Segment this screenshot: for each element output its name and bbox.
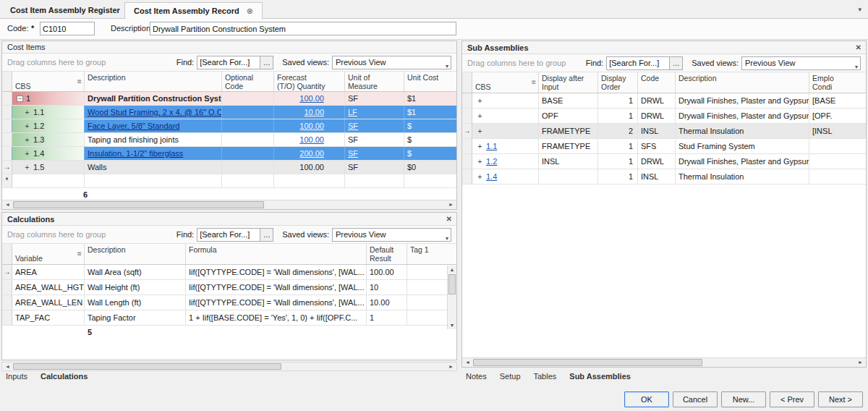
cbs-code-link[interactable]: 1.2	[486, 157, 497, 166]
display-after-input-cell[interactable]: BASE	[539, 93, 598, 108]
formula-cell[interactable]: Iif([QTYTYPE.CODE] = 'Wall dimensions', …	[186, 280, 367, 295]
column-header-cbs-position-code[interactable]: CBS Position Code ≣	[12, 72, 85, 91]
cost-item-row[interactable]: +1.3 Taping and finishing joints 100.00 …	[2, 133, 456, 147]
uom-cell[interactable]: SF	[345, 119, 404, 132]
description-cell[interactable]: Wall Height (ft)	[85, 280, 186, 295]
description-cell[interactable]: Walls	[85, 161, 222, 174]
expand-icon[interactable]: +	[24, 161, 30, 174]
description-input[interactable]	[150, 22, 456, 35]
find-input[interactable]	[197, 56, 260, 69]
description-cell[interactable]: Thermal Insulation	[676, 169, 809, 184]
quantity-link[interactable]: 100.00	[299, 135, 324, 144]
scroll-up-icon[interactable]: ▲	[448, 266, 456, 274]
cancel-button[interactable]: Cancel	[673, 391, 718, 407]
cbs-position-cell[interactable]: +1.2	[12, 119, 85, 132]
description-cell[interactable]: Drywall Finishes, Plaster and Gypsum Boa…	[676, 154, 809, 169]
optional-code-cell[interactable]	[222, 92, 274, 105]
sub-assembly-row[interactable]: + BASE 1 DRWL Drywall Finishes, Plaster …	[462, 93, 866, 109]
sub-assembly-row[interactable]: +1.1 FRAMETYPE 1 SFS Stud Framing System	[462, 139, 866, 154]
sub-assemblies-horizontal-scrollbar[interactable]: ◄ ►	[462, 357, 866, 367]
display-order-cell[interactable]: 2	[598, 124, 638, 138]
column-header-cbs-position-code[interactable]: CBS Position Code ≣	[472, 72, 539, 93]
uom-cell[interactable]: SF	[345, 133, 404, 146]
employment-conditions-cell[interactable]: [BASE	[809, 93, 866, 108]
find-input[interactable]	[606, 56, 670, 70]
display-after-input-cell[interactable]: FRAMETYPE	[539, 124, 598, 138]
cbs-position-cell[interactable]: +	[472, 93, 539, 108]
sub-assembly-row[interactable]: +1.4 1 INSL Thermal Insulation	[462, 169, 866, 185]
sub-assembly-row[interactable]: → + FRAMETYPE 2 INSL Thermal Insulation …	[462, 124, 866, 139]
column-header-unit-of-measure[interactable]: Unit of Measure	[345, 72, 404, 91]
calculation-row[interactable]: AREA_WALL_LEN Wall Length (ft) Iif([QTYT…	[2, 295, 456, 310]
calculation-row[interactable]: TAP_FAC Taping Factor 1 + Iif([BASE.CODE…	[2, 310, 456, 326]
cost-item-row[interactable]: +1.4 Insulation, 1-1/2" fiberglass 200.0…	[2, 147, 456, 161]
formula-cell[interactable]: 1 + Iif([BASE.CODE] = 'Yes', 1, 0) + Iif…	[186, 310, 367, 325]
left-dock-horizontal-scrollbar[interactable]: ◄ ►	[1, 362, 457, 371]
variable-name-cell[interactable]: AREA_WALL_LEN	[12, 295, 85, 310]
unit-cost-cell[interactable]: $	[404, 147, 456, 160]
display-order-cell[interactable]: 1	[598, 139, 638, 153]
column-header-display-order[interactable]: Display Order	[598, 72, 638, 93]
collapse-icon[interactable]: −	[17, 96, 23, 102]
optional-code-cell[interactable]	[222, 174, 274, 187]
formula-cell[interactable]: Iif([QTYTYPE.CODE] = 'Wall dimensions', …	[186, 295, 367, 310]
cbs-position-cell[interactable]: +1.4	[12, 147, 85, 160]
uom-cell[interactable]: SF	[345, 92, 404, 105]
default-result-cell[interactable]: 1	[367, 310, 407, 325]
quantity-cell[interactable]: 10.00	[274, 106, 345, 119]
scrollbar-track[interactable]	[473, 358, 855, 367]
scrollbar-track[interactable]	[13, 363, 446, 370]
expand-icon[interactable]: +	[477, 94, 483, 108]
find-more-button[interactable]: …	[260, 56, 273, 69]
scrollbar-thumb[interactable]	[448, 274, 456, 295]
uom-link[interactable]: SF	[348, 149, 358, 158]
code-cell[interactable]: DRWL	[638, 93, 676, 108]
scroll-right-icon[interactable]: ►	[855, 358, 866, 367]
tabbar-dropdown-icon[interactable]: ▾	[858, 6, 861, 13]
cbs-position-cell[interactable]: +1.1	[12, 106, 85, 119]
calculations-vertical-scrollbar[interactable]: ▲ ▼	[447, 266, 456, 329]
column-header-description[interactable]: Description	[85, 244, 186, 264]
unit-cost-cell[interactable]: $1	[404, 106, 456, 119]
description-cell[interactable]	[85, 174, 222, 187]
quantity-cell[interactable]	[274, 174, 345, 187]
employment-conditions-cell[interactable]: [OPF.	[809, 109, 866, 123]
column-header-employment-conditions[interactable]: Emplo Condi	[809, 72, 866, 93]
scroll-left-icon[interactable]: ◄	[2, 200, 13, 209]
sub-assembly-row[interactable]: + OPF 1 DRWL Drywall Finishes, Plaster a…	[462, 109, 866, 124]
find-more-button[interactable]: …	[670, 56, 683, 70]
cbs-position-cell[interactable]: +1.3	[12, 133, 85, 146]
description-cell[interactable]: Drywall Partition Construction System	[85, 92, 222, 105]
unit-cost-cell[interactable]	[404, 174, 456, 187]
variable-name-cell[interactable]: TAP_FAC	[12, 310, 85, 325]
quantity-link[interactable]: 100.00	[299, 94, 324, 103]
scroll-down-icon[interactable]: ▼	[448, 321, 456, 329]
code-cell[interactable]: DRWL	[638, 154, 676, 169]
uom-cell[interactable]: SF	[345, 147, 404, 160]
scroll-left-icon[interactable]: ◄	[462, 358, 473, 367]
variable-name-cell[interactable]: AREA_WALL_HGT	[12, 280, 85, 295]
description-cell[interactable]: Insulation, 1-1/2" fiberglass	[85, 147, 222, 160]
quantity-cell[interactable]: 100.00	[274, 133, 345, 146]
ok-button[interactable]: OK	[624, 391, 669, 407]
expand-icon[interactable]: +	[477, 170, 483, 184]
calculation-row[interactable]: AREA_WALL_HGT Wall Height (ft) Iif([QTYT…	[2, 280, 456, 295]
quantity-cell[interactable]: 100.00	[274, 119, 345, 132]
cost-item-row[interactable]: +1.1 Wood Stud Framing, 2 x 4, @ 16" O.C…	[2, 106, 456, 119]
column-header-variable-name[interactable]: Variable Name ≣	[12, 244, 85, 264]
next-button[interactable]: Next >	[818, 391, 863, 407]
description-cell[interactable]: Taping Factor	[85, 310, 186, 325]
description-cell[interactable]: Taping and finishing joints	[85, 133, 222, 146]
quantity-link[interactable]: 200.00	[299, 149, 324, 158]
employment-conditions-cell[interactable]: [INSL	[809, 124, 866, 138]
cbs-position-cell[interactable]	[12, 174, 85, 187]
quantity-cell[interactable]: 100.00	[274, 92, 345, 105]
tab-cost-item-assembly-register[interactable]: Cost Item Assembly Register	[1, 2, 129, 19]
column-header-forecast-quantity[interactable]: Forecast (T/O) Quantity	[274, 72, 345, 91]
default-result-cell[interactable]: 10	[367, 280, 407, 295]
optional-code-cell[interactable]	[222, 133, 274, 146]
expand-icon[interactable]: +	[24, 148, 30, 160]
new-button[interactable]: New...	[721, 391, 766, 407]
cbs-position-cell[interactable]: +1.1	[472, 139, 539, 153]
cbs-position-cell[interactable]: +	[472, 124, 539, 138]
